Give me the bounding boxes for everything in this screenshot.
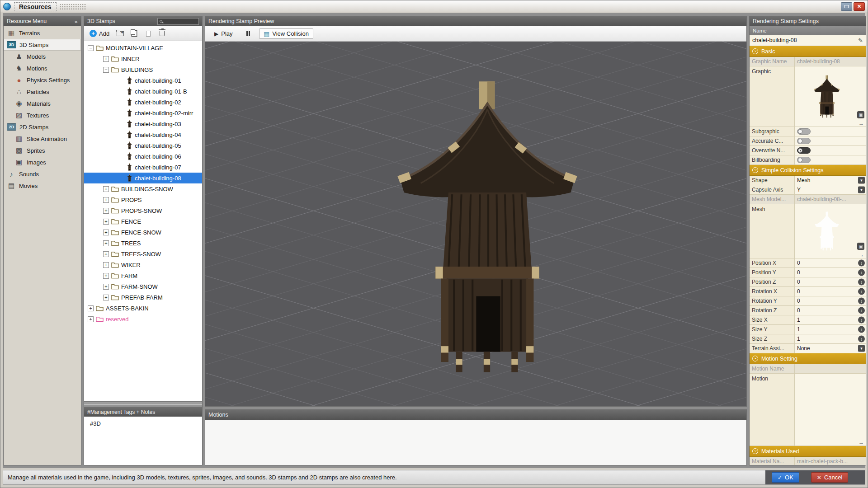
spinner-position-x-icon[interactable]: ↕: [858, 260, 865, 267]
expand-icon[interactable]: +: [103, 284, 109, 290]
add-stamp-button[interactable]: + Add: [87, 29, 112, 38]
play-button[interactable]: ▶ Play: [210, 28, 237, 39]
tree-item-chalet-building-06[interactable]: chalet-building-06: [84, 151, 202, 162]
section-simple-collision-settings[interactable]: ›Simple Collision Settings: [750, 165, 866, 176]
tree-item-prefab-farm[interactable]: +PREFAB-FARM: [84, 292, 202, 303]
expand-icon[interactable]: +: [103, 273, 109, 279]
new-folder-button[interactable]: [114, 28, 126, 39]
titlebar[interactable]: Resources ✕: [0, 0, 868, 13]
tree-item-fence-snow[interactable]: +FENCE-SNOW: [84, 227, 202, 238]
toggle-accurate-c[interactable]: [797, 138, 811, 144]
expand-arrow-icon[interactable]: →: [859, 252, 864, 258]
expand-arrow-icon[interactable]: →: [859, 440, 864, 445]
toggle-billboarding[interactable]: [797, 157, 811, 163]
menu-item-models[interactable]: ♟Models: [4, 51, 81, 62]
paste-button[interactable]: [142, 28, 154, 39]
menu-item-motions[interactable]: ♞Motions: [4, 62, 81, 74]
tree-item-chalet-building-02[interactable]: chalet-building-02: [84, 97, 202, 108]
tree-item-farm-snow[interactable]: +FARM-SNOW: [84, 281, 202, 292]
expand-icon[interactable]: +: [103, 230, 109, 235]
section-motion-setting[interactable]: ›Motion Setting: [750, 353, 866, 364]
menu-item-2d-stamps[interactable]: 2D2D Stamps: [4, 121, 81, 133]
expand-icon[interactable]: +: [103, 197, 109, 203]
edit-name-icon[interactable]: ✎: [858, 37, 863, 44]
spinner-rotation-y-icon[interactable]: ↕: [858, 298, 865, 305]
tree-item-chalet-building-04[interactable]: chalet-building-04: [84, 129, 202, 140]
expand-icon[interactable]: +: [103, 56, 109, 62]
menu-item-textures[interactable]: ▨Textures: [4, 109, 81, 121]
stamp-name-value[interactable]: chalet-building-08: [752, 37, 797, 43]
restore-window-button[interactable]: [841, 2, 852, 11]
tags-notes-area[interactable]: #3D: [84, 417, 202, 465]
tree-item-chalet-building-05[interactable]: chalet-building-05: [84, 140, 202, 151]
toggle-subgraphic[interactable]: [797, 128, 811, 135]
tree-item-wiker[interactable]: +WIKER: [84, 259, 202, 270]
tree-item-props[interactable]: +PROPS: [84, 194, 202, 205]
3d-viewport[interactable]: [205, 42, 746, 406]
motions-list[interactable]: [205, 420, 746, 465]
close-window-button[interactable]: ✕: [854, 2, 865, 11]
expand-icon[interactable]: +: [103, 219, 109, 225]
menu-item-slice-animation[interactable]: ▥Slice Animation: [4, 133, 81, 145]
expand-icon[interactable]: +: [103, 208, 109, 214]
stamp-picker-icon[interactable]: ▣: [857, 243, 864, 250]
menu-item-images[interactable]: ▣Images: [4, 156, 81, 168]
section-basic[interactable]: ›Basic: [750, 46, 866, 57]
tree-item-chalet-building-03[interactable]: chalet-building-03: [84, 118, 202, 129]
spinner-position-y-icon[interactable]: ↕: [858, 269, 865, 276]
expand-icon[interactable]: +: [103, 251, 109, 257]
expand-icon[interactable]: +: [103, 240, 109, 246]
menu-item-movies[interactable]: ▤Movies: [4, 180, 81, 192]
collapse-icon[interactable]: −: [103, 67, 109, 73]
tree-item-chalet-building-02-mirr[interactable]: chalet-building-02-mirr: [84, 108, 202, 118]
expand-icon[interactable]: +: [88, 316, 94, 322]
tree-item-reserved[interactable]: +reserved: [84, 314, 202, 324]
spinner-size-z-icon[interactable]: ↕: [858, 336, 865, 343]
tree-item-chalet-building-07[interactable]: chalet-building-07: [84, 162, 202, 173]
ok-button[interactable]: ✓ OK: [772, 472, 799, 483]
dropdown-shape-icon[interactable]: ▼: [858, 177, 865, 184]
menu-item-particles[interactable]: ∴Particles: [4, 86, 81, 98]
dropdown-capsule-axis-icon[interactable]: ▼: [858, 187, 865, 193]
cancel-button[interactable]: ✕ Cancel: [811, 472, 849, 483]
tree-item-buildings-snow[interactable]: +BUILDINGS-SNOW: [84, 183, 202, 194]
tree-item-trees[interactable]: +TREES: [84, 238, 202, 249]
tree-item-inner[interactable]: +INNER: [84, 53, 202, 64]
tree-item-assets-bakin[interactable]: +ASSETS-BAKIN: [84, 303, 202, 314]
tree-item-chalet-building-01-b[interactable]: chalet-building-01-B: [84, 86, 202, 97]
toggle-overwrite-n[interactable]: [797, 147, 811, 154]
dropdown-terrain-assi-icon[interactable]: ▼: [858, 345, 865, 352]
search-input[interactable]: [157, 18, 199, 25]
tree-item-chalet-building-01[interactable]: chalet-building-01: [84, 75, 202, 86]
menu-item-terrains[interactable]: ▦Terrains: [4, 27, 81, 39]
tree-item-mountain-village[interactable]: −MOUNTAIN-VILLAGE: [84, 42, 202, 53]
spinner-rotation-x-icon[interactable]: ↕: [858, 288, 865, 295]
spinner-size-y-icon[interactable]: ↕: [858, 326, 865, 333]
duplicate-button[interactable]: [128, 28, 140, 39]
spinner-position-z-icon[interactable]: ↕: [858, 279, 865, 286]
expand-icon[interactable]: +: [88, 305, 94, 311]
menu-item-sounds[interactable]: ♪Sounds: [4, 168, 81, 180]
collapse-icon[interactable]: −: [88, 45, 94, 51]
expand-icon[interactable]: +: [103, 186, 109, 192]
tree-item-props-snow[interactable]: +PROPS-SNOW: [84, 205, 202, 216]
expand-arrow-icon[interactable]: →: [859, 121, 864, 126]
pause-button[interactable]: [242, 29, 255, 38]
delete-button[interactable]: [156, 28, 168, 39]
tree-item-farm[interactable]: +FARM: [84, 270, 202, 281]
spinner-size-x-icon[interactable]: ↕: [858, 317, 865, 324]
tree-item-buildings[interactable]: −BUILDINGS: [84, 64, 202, 75]
tree-item-chalet-building-08[interactable]: chalet-building-08: [84, 173, 202, 183]
tree-item-trees-snow[interactable]: +TREES-SNOW: [84, 249, 202, 259]
menu-item-materials[interactable]: ◉Materials: [4, 98, 81, 109]
tree-splitter[interactable]: [84, 401, 202, 407]
menu-item-physics-settings[interactable]: ●Physics Settings: [4, 74, 81, 86]
menu-item-sprites[interactable]: ▩Sprites: [4, 145, 81, 156]
view-collision-button[interactable]: ▦ View Collision: [259, 28, 313, 39]
section-materials-used[interactable]: ›Materials Used: [750, 446, 866, 457]
expand-icon[interactable]: +: [103, 262, 109, 268]
collapse-panel-icon[interactable]: «: [75, 18, 78, 25]
spinner-rotation-z-icon[interactable]: ↕: [858, 307, 865, 314]
menu-item-3d-stamps[interactable]: 3D3D Stamps: [4, 39, 81, 51]
stamp-picker-icon[interactable]: ▣: [857, 111, 864, 118]
